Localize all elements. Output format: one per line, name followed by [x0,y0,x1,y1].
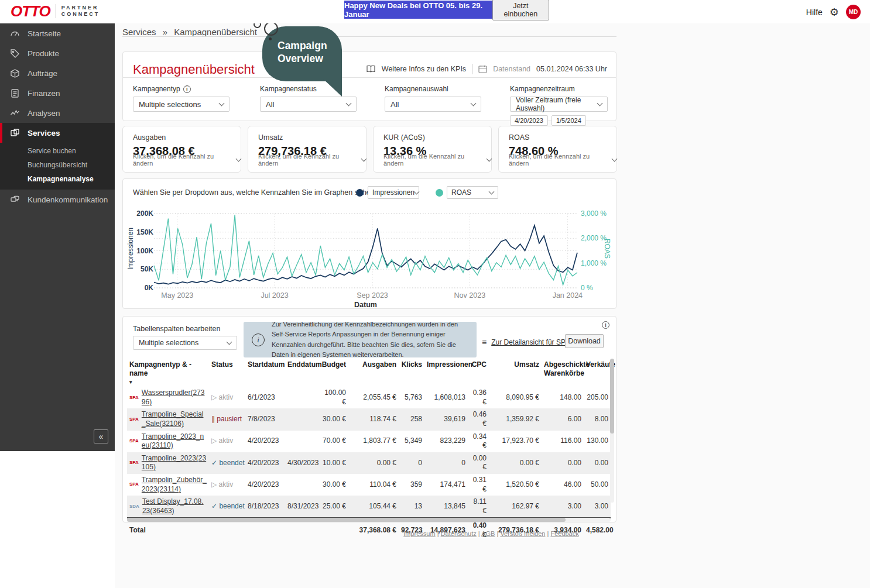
avatar[interactable]: MD [846,5,861,19]
table-cell: 359 [399,474,424,496]
book-icon [366,65,376,73]
edit-columns-label: Tabellenspalten bearbeiten [133,325,220,333]
column-header[interactable]: Verkäufe [584,359,611,387]
kampagnenstatus-select[interactable]: All [260,97,357,112]
scrollbar-thumb[interactable] [127,518,566,522]
sidebar-subitem-service-buchen[interactable]: Service buchen [0,144,115,158]
campaign-name-link[interactable]: Trampoline_Special_Sale(32106) [142,410,207,428]
table-cell: 0.00 € [468,452,489,474]
campaign-name-link[interactable]: Wassersprudler(27396) [142,388,207,407]
kampagnenauswahl-select[interactable]: All [385,97,481,112]
table-cell: 258 [399,408,424,430]
page-title: Kampagnenübersicht [133,62,255,77]
column-header[interactable]: Kampagnentyp & -name▾ [127,359,209,387]
footer-link[interactable]: Verstoß melden [500,530,545,537]
table-cell: 1,608,013 [424,387,468,408]
breadcrumb-divider [122,36,616,37]
kpi-card-kur[interactable]: KUR (ACoS) 13.36 % Klicken, um die Kennz… [373,126,492,173]
campaign-name-link[interactable]: Trampoline_2023(23105) [142,454,207,472]
gear-icon[interactable]: ⚙ [830,7,839,18]
sidebar-subitem-buchungsuebersicht[interactable]: Buchungsübersicht [0,158,115,172]
table-cell: 2,055.45 € [348,387,399,408]
scrollbar-thumb[interactable] [610,359,614,434]
table-row[interactable]: SPATrampoline_Special_Sale(32106)∥ pausi… [127,408,611,430]
chevron-down-icon [219,101,225,106]
kampagnentyp-select[interactable]: Multiple selections [133,97,230,112]
table-row[interactable]: SPATrampoline_2023(23105)✓ beendet4/20/2… [127,452,611,474]
y-axis-tick-right: 2,000 % [581,234,616,242]
column-header[interactable]: Umsatz [489,359,542,387]
kpi-change-hint[interactable]: Klicken, um die Kennzahl zu ändern [258,153,366,167]
table-horizontal-scrollbar[interactable] [127,518,611,522]
table-cell: 4/30/2023 [285,452,318,474]
sidebar-item-kundenkommunikation[interactable]: Kundenkommunikation [0,190,115,209]
column-header[interactable]: Budget [318,359,348,387]
help-link[interactable]: Hilfe [806,8,823,17]
campaign-table-card: Tabellenspalten bearbeiten Multiple sele… [122,316,616,522]
table-cell: 46.00 [542,474,584,496]
column-header[interactable]: Ausgaben [348,359,399,387]
campaign-name-link[interactable]: Trampolin_Zubehör_2023(23114) [142,476,207,494]
footer-link[interactable]: Datenschutz [441,530,477,537]
table-cell: 1,359.92 € [489,408,542,430]
kpi-card-umsatz[interactable]: Umsatz 279,736.18 € Klicken, um die Kenn… [248,126,367,173]
kampagnenzeitraum-select[interactable]: Voller Zeitraum (freie Auswahl) [510,97,608,112]
sidebar-item-finanzen[interactable]: Finanzen [0,83,115,103]
chart-card: Wählen Sie per Dropdown aus, welche Kenn… [122,178,616,309]
chevron-down-icon [346,101,352,106]
promo-book-button[interactable]: Jetzt einbuchen [492,0,549,20]
sidebar-item-analysen[interactable]: Analysen [0,103,115,123]
table-row[interactable]: SPAWassersprudler(27396)▷ aktiv6/1/20231… [127,387,611,408]
sidebar-item-services[interactable]: Services [0,123,115,143]
table-cell: 0.00 € [348,452,399,474]
sidebar-subitem-kampagnenanalyse[interactable]: Kampagnenanalyse [0,172,115,186]
footer-link[interactable]: Feedback [550,530,578,537]
column-header[interactable]: Enddatum [285,359,318,387]
table-cell: 130.00 [584,431,611,452]
kpi-card-ausgaben[interactable]: Ausgaben 37,368.08 € Klicken, um die Ken… [122,126,241,173]
sort-descending-icon[interactable]: ▾ [129,379,207,386]
column-header[interactable]: Status [209,359,245,387]
table-cell: 13,845 [424,496,468,518]
kpi-change-hint[interactable]: Klicken, um die Kennzahl zu ändern [383,153,491,167]
campaign-name-link[interactable]: Test Display_17.08.23(36463) [142,497,207,515]
sidebar-collapse-button[interactable]: « [94,429,108,443]
table-row[interactable]: SPATrampolin_Zubehör_2023(23114)▷ aktiv4… [127,474,611,496]
column-header[interactable]: Impressionen [424,359,468,387]
info-icon[interactable]: i [183,85,191,93]
kpi-card-roas[interactable]: ROAS 748.60 % Klicken, um die Kennzahl z… [498,126,617,173]
column-header[interactable]: Klicks [399,359,424,387]
info-icon[interactable]: i [602,321,609,329]
sidebar-item-auftraege[interactable]: Aufträge [0,63,115,83]
page: OTTO PARTNERCONNECT Happy New Deals bei … [0,0,870,588]
sidebar-item-produkte[interactable]: Produkte [0,43,115,63]
breadcrumb-parent[interactable]: Services [122,27,156,37]
chart-icon [10,108,20,118]
kpi-change-hint[interactable]: Klicken, um die Kennzahl zu ändern [509,153,616,167]
otto-logo[interactable]: OTTO PARTNERCONNECT [11,4,100,19]
chevron-down-icon [612,156,618,162]
edit-columns-select[interactable]: Multiple selections [133,336,237,350]
calendar-icon [478,65,487,73]
y-axis-tick-left: 150K [124,228,153,236]
table-row[interactable]: SPATrampoline_2023_neu(23110)▷ aktiv4/20… [127,431,611,452]
table-row[interactable]: SDATest Display_17.08.23(36463)✓ beendet… [127,496,611,518]
table-cell: 8/31/2023 [285,496,318,518]
column-header[interactable]: Abgeschickte Warenkörbe [542,359,584,387]
date-from-input[interactable]: 4/20/2023 [510,115,548,126]
footer-link[interactable]: AGB [481,530,495,537]
table-vertical-scrollbar[interactable] [610,359,614,503]
date-to-input[interactable]: 1/5/2024 [552,115,586,126]
table-cell: 8,090.95 € [489,387,542,408]
kpi-change-hint[interactable]: Klicken, um die Kennzahl zu ändern [133,153,241,167]
table-cell: 3.00 [584,496,611,518]
campaign-name-link[interactable]: Trampoline_2023_neu(23110) [142,432,207,451]
spa-detail-link[interactable]: Zur Detailansicht für SPA [491,338,570,346]
download-button[interactable]: Download [565,334,604,348]
status-badge: ✓ beendet [211,502,245,510]
sidebar-item-startseite[interactable]: Startseite [0,23,115,43]
status-badge: ∥ pausiert [211,415,242,423]
kpi-info-link[interactable]: Weitere Infos zu den KPIs [382,65,466,73]
footer-link[interactable]: Impressum [403,530,435,537]
column-header[interactable]: Startdatum [245,359,285,387]
